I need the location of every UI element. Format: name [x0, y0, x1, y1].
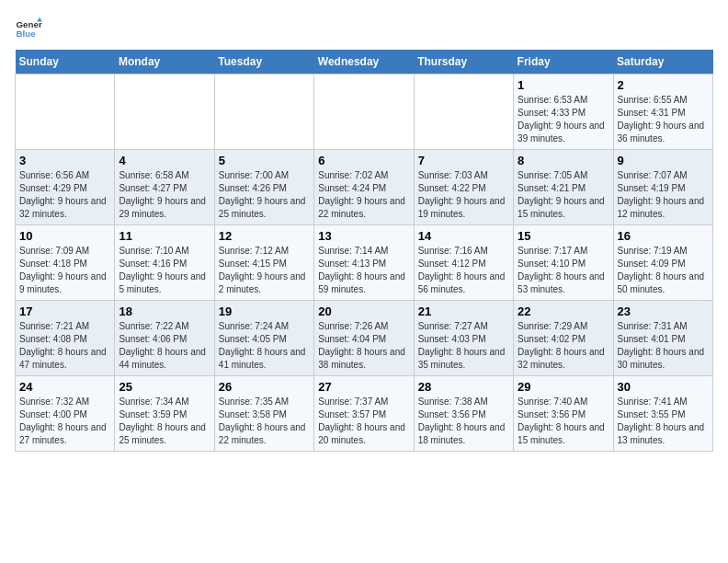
day-number: 6 — [318, 154, 409, 167]
calendar-cell: 6Sunrise: 7:02 AM Sunset: 4:24 PM Daylig… — [314, 150, 414, 225]
day-number: 4 — [119, 154, 210, 167]
svg-text:Blue: Blue — [17, 29, 37, 39]
calendar-week-row: 10Sunrise: 7:09 AM Sunset: 4:18 PM Dayli… — [16, 225, 713, 301]
day-info: Sunrise: 6:55 AM Sunset: 4:31 PM Dayligh… — [618, 94, 709, 145]
calendar-cell: 29Sunrise: 7:40 AM Sunset: 3:56 PM Dayli… — [514, 376, 613, 452]
calendar-cell — [414, 75, 513, 150]
calendar-cell: 16Sunrise: 7:19 AM Sunset: 4:09 PM Dayli… — [613, 225, 712, 301]
day-number: 11 — [119, 229, 210, 243]
day-number: 17 — [19, 304, 110, 318]
day-number: 10 — [19, 229, 110, 243]
day-info: Sunrise: 7:09 AM Sunset: 4:18 PM Dayligh… — [19, 245, 110, 296]
day-number: 1 — [518, 78, 609, 92]
calendar-cell: 28Sunrise: 7:38 AM Sunset: 3:56 PM Dayli… — [414, 376, 513, 452]
day-number: 28 — [418, 380, 509, 394]
day-info: Sunrise: 7:07 AM Sunset: 4:19 PM Dayligh… — [618, 169, 709, 221]
calendar-cell: 22Sunrise: 7:29 AM Sunset: 4:02 PM Dayli… — [514, 301, 613, 376]
calendar-cell: 7Sunrise: 7:03 AM Sunset: 4:22 PM Daylig… — [414, 150, 513, 225]
day-number: 20 — [318, 304, 409, 318]
day-number: 19 — [219, 304, 310, 318]
calendar-cell: 27Sunrise: 7:37 AM Sunset: 3:57 PM Dayli… — [314, 376, 414, 452]
day-info: Sunrise: 7:35 AM Sunset: 3:58 PM Dayligh… — [219, 396, 310, 447]
day-number: 8 — [518, 154, 609, 167]
calendar-week-row: 24Sunrise: 7:32 AM Sunset: 4:00 PM Dayli… — [16, 376, 713, 452]
calendar-week-row: 3Sunrise: 6:56 AM Sunset: 4:29 PM Daylig… — [16, 150, 713, 225]
day-number: 27 — [318, 380, 409, 394]
calendar-cell — [214, 75, 313, 150]
calendar-body: 1Sunrise: 6:53 AM Sunset: 4:33 PM Daylig… — [16, 75, 713, 452]
day-number: 7 — [418, 154, 509, 167]
logo-icon: General Blue — [15, 15, 42, 42]
day-info: Sunrise: 7:10 AM Sunset: 4:16 PM Dayligh… — [119, 245, 210, 296]
day-number: 12 — [219, 229, 310, 243]
day-info: Sunrise: 7:22 AM Sunset: 4:06 PM Dayligh… — [119, 320, 210, 372]
day-info: Sunrise: 7:34 AM Sunset: 3:59 PM Dayligh… — [119, 396, 210, 447]
day-info: Sunrise: 7:05 AM Sunset: 4:21 PM Dayligh… — [518, 169, 609, 221]
page-header: General Blue — [15, 15, 713, 42]
day-info: Sunrise: 7:00 AM Sunset: 4:26 PM Dayligh… — [219, 169, 310, 221]
column-header-sunday: Sunday — [16, 50, 115, 75]
day-info: Sunrise: 7:40 AM Sunset: 3:56 PM Dayligh… — [518, 396, 609, 447]
day-info: Sunrise: 7:38 AM Sunset: 3:56 PM Dayligh… — [418, 396, 509, 447]
calendar-cell: 1Sunrise: 6:53 AM Sunset: 4:33 PM Daylig… — [514, 75, 613, 150]
calendar-cell: 14Sunrise: 7:16 AM Sunset: 4:12 PM Dayli… — [414, 225, 513, 301]
day-info: Sunrise: 7:14 AM Sunset: 4:13 PM Dayligh… — [318, 245, 409, 296]
calendar-cell: 4Sunrise: 6:58 AM Sunset: 4:27 PM Daylig… — [115, 150, 214, 225]
day-info: Sunrise: 7:12 AM Sunset: 4:15 PM Dayligh… — [219, 245, 310, 296]
day-number: 5 — [219, 154, 310, 167]
calendar-cell: 3Sunrise: 6:56 AM Sunset: 4:29 PM Daylig… — [16, 150, 115, 225]
day-info: Sunrise: 7:17 AM Sunset: 4:10 PM Dayligh… — [518, 245, 609, 296]
day-info: Sunrise: 7:32 AM Sunset: 4:00 PM Dayligh… — [19, 396, 110, 447]
day-info: Sunrise: 7:21 AM Sunset: 4:08 PM Dayligh… — [19, 320, 110, 372]
day-number: 30 — [618, 380, 709, 394]
day-info: Sunrise: 7:41 AM Sunset: 3:55 PM Dayligh… — [618, 396, 709, 447]
calendar-cell: 20Sunrise: 7:26 AM Sunset: 4:04 PM Dayli… — [314, 301, 414, 376]
day-number: 26 — [219, 380, 310, 394]
calendar-cell: 11Sunrise: 7:10 AM Sunset: 4:16 PM Dayli… — [115, 225, 214, 301]
day-info: Sunrise: 7:24 AM Sunset: 4:05 PM Dayligh… — [219, 320, 310, 372]
day-info: Sunrise: 6:53 AM Sunset: 4:33 PM Dayligh… — [518, 94, 609, 145]
column-header-thursday: Thursday — [414, 50, 513, 75]
day-info: Sunrise: 7:16 AM Sunset: 4:12 PM Dayligh… — [418, 245, 509, 296]
calendar-cell: 2Sunrise: 6:55 AM Sunset: 4:31 PM Daylig… — [613, 75, 712, 150]
day-number: 23 — [618, 304, 709, 318]
calendar-cell — [115, 75, 214, 150]
calendar-cell: 30Sunrise: 7:41 AM Sunset: 3:55 PM Dayli… — [613, 376, 712, 452]
day-info: Sunrise: 7:03 AM Sunset: 4:22 PM Dayligh… — [418, 169, 509, 221]
day-info: Sunrise: 7:29 AM Sunset: 4:02 PM Dayligh… — [518, 320, 609, 372]
calendar-cell: 19Sunrise: 7:24 AM Sunset: 4:05 PM Dayli… — [214, 301, 313, 376]
column-header-tuesday: Tuesday — [214, 50, 313, 75]
day-number: 29 — [518, 380, 609, 394]
column-header-friday: Friday — [514, 50, 613, 75]
calendar-cell: 26Sunrise: 7:35 AM Sunset: 3:58 PM Dayli… — [214, 376, 313, 452]
day-info: Sunrise: 7:37 AM Sunset: 3:57 PM Dayligh… — [318, 396, 409, 447]
calendar-cell — [314, 75, 414, 150]
calendar-cell: 24Sunrise: 7:32 AM Sunset: 4:00 PM Dayli… — [16, 376, 115, 452]
calendar-cell: 17Sunrise: 7:21 AM Sunset: 4:08 PM Dayli… — [16, 301, 115, 376]
calendar-cell: 9Sunrise: 7:07 AM Sunset: 4:19 PM Daylig… — [613, 150, 712, 225]
calendar-week-row: 1Sunrise: 6:53 AM Sunset: 4:33 PM Daylig… — [16, 75, 713, 150]
calendar-cell: 23Sunrise: 7:31 AM Sunset: 4:01 PM Dayli… — [613, 301, 712, 376]
day-info: Sunrise: 6:56 AM Sunset: 4:29 PM Dayligh… — [19, 169, 110, 221]
day-number: 25 — [119, 380, 210, 394]
calendar-cell: 18Sunrise: 7:22 AM Sunset: 4:06 PM Dayli… — [115, 301, 214, 376]
day-number: 18 — [119, 304, 210, 318]
calendar-cell: 8Sunrise: 7:05 AM Sunset: 4:21 PM Daylig… — [514, 150, 613, 225]
calendar-cell: 10Sunrise: 7:09 AM Sunset: 4:18 PM Dayli… — [16, 225, 115, 301]
day-info: Sunrise: 7:19 AM Sunset: 4:09 PM Dayligh… — [618, 245, 709, 296]
day-number: 3 — [19, 154, 110, 167]
calendar-cell: 21Sunrise: 7:27 AM Sunset: 4:03 PM Dayli… — [414, 301, 513, 376]
day-number: 9 — [618, 154, 709, 167]
calendar-week-row: 17Sunrise: 7:21 AM Sunset: 4:08 PM Dayli… — [16, 301, 713, 376]
day-number: 21 — [418, 304, 509, 318]
day-number: 16 — [618, 229, 709, 243]
calendar-cell: 15Sunrise: 7:17 AM Sunset: 4:10 PM Dayli… — [514, 225, 613, 301]
column-header-saturday: Saturday — [613, 50, 712, 75]
column-header-monday: Monday — [115, 50, 214, 75]
day-info: Sunrise: 7:26 AM Sunset: 4:04 PM Dayligh… — [318, 320, 409, 372]
calendar-table: SundayMondayTuesdayWednesdayThursdayFrid… — [15, 50, 713, 452]
day-number: 2 — [618, 78, 709, 92]
day-number: 14 — [418, 229, 509, 243]
day-number: 13 — [318, 229, 409, 243]
column-header-wednesday: Wednesday — [314, 50, 414, 75]
